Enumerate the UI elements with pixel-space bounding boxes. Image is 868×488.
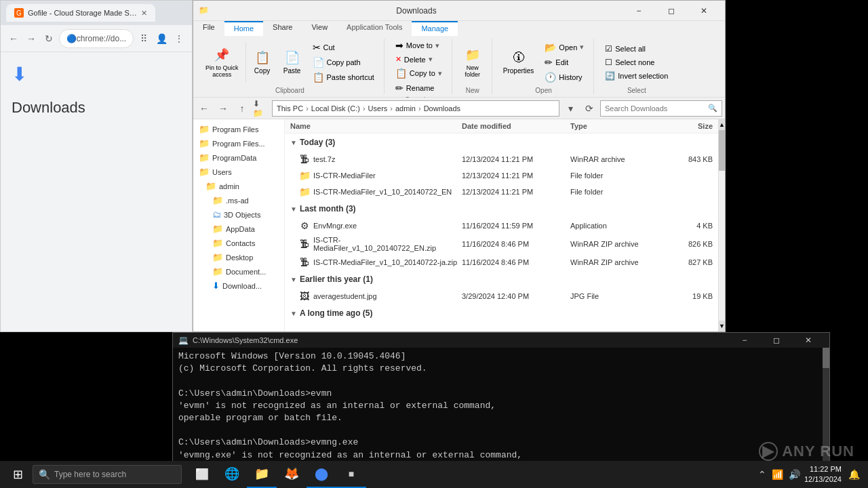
back-button[interactable]: ← [6,30,21,47]
location-arrow[interactable]: ⬇📁 [253,100,269,117]
taskbar-app-firefox[interactable]: 🦊 [277,461,307,488]
scroll-track[interactable] [719,130,725,321]
tray-volume-icon[interactable]: 🔊 [789,469,800,480]
cmd-close-button[interactable]: ✕ [793,333,824,348]
taskbar-app-chrome[interactable]: ⬤ [307,461,336,488]
scrollbar[interactable]: ▲ ▼ [718,119,725,331]
sidebar-item-program-files2[interactable]: 📁Program Files... [193,136,284,150]
paste-button[interactable]: 📄 Paste [279,47,306,77]
copy-path-button[interactable]: 📄Copy path [309,56,378,69]
sidebar-item-program-files[interactable]: 📁Program Files [193,122,284,136]
open-button[interactable]: 📂Open▾ [540,41,588,54]
sidebar-item-users[interactable]: 📁Users [193,165,284,179]
sidebar-item-downloads[interactable]: ⬇Download... [193,279,284,293]
ribbon-tab-application-tools[interactable]: Application Tools [337,21,412,36]
file-row-averagestudent[interactable]: 🖼 averagestudent.jpg 3/29/2024 12:40 PM … [285,288,718,304]
notification-button[interactable]: 🔔 [848,469,860,480]
file-row-test7z[interactable]: 🗜 test.7z 12/13/2024 11:21 PM WinRAR arc… [285,151,718,167]
pin-to-quick-access-button[interactable]: 📌 Pin to Quickaccess [201,44,243,81]
scroll-thumb[interactable] [719,130,725,171]
group-today[interactable]: ▼ Today (3) [285,134,718,151]
file-row-is-ctr-mediafiler-en[interactable]: 📁 IS-CTR-MediaFiler_v1_10_20140722_EN 12… [285,184,718,200]
sidebar-item-appdata[interactable]: 📁AppData [193,222,284,236]
cmd-minimize-button[interactable]: − [729,333,760,348]
search-bar-explorer[interactable]: 🔍 [600,100,722,117]
taskbar-app-explorer[interactable]: 📁 [247,461,277,488]
refresh-button-explorer[interactable]: ⟳ [581,100,597,117]
address-bar-explorer[interactable]: This PC › Local Disk (C:) › Users › admi… [272,100,559,117]
ribbon-tab-home[interactable]: Home [224,21,263,36]
window-controls: − ◻ ✕ [623,1,719,21]
profile-button[interactable]: 👤 [154,30,169,47]
taskbar-app-cmd[interactable]: ■ [336,461,366,488]
ribbon-tab-file[interactable]: File [193,21,224,36]
file-row-envmngr[interactable]: ⚙ EnvMngr.exe 11/16/2024 11:59 PM Applic… [285,218,718,234]
taskbar-app-taskview[interactable]: ⬜ [187,461,217,488]
group-long-time-ago[interactable]: ▼ A long time ago (5) [285,304,718,322]
up-nav-button[interactable]: ↑ [234,100,250,117]
ribbon-tab-view[interactable]: View [302,21,337,36]
ribbon-tab-share[interactable]: Share [263,21,302,36]
taskbar-clock[interactable]: 11:22 PM 12/13/2024 [804,464,842,485]
sidebar-item-documents[interactable]: 📁Document... [193,264,284,279]
search-input[interactable] [605,104,708,113]
clipboard-group: 📌 Pin to Quickaccess 📋 Copy 📄 Paste ✂Cut [196,39,384,94]
select-small-group: ☑Select all ☐Select none 🔄Invert selecti… [601,43,672,82]
file-date-test7z: 12/13/2024 11:21 PM [462,155,570,163]
sidebar-item-3d-objects[interactable]: 🗂3D Objects [193,207,284,222]
ribbon-tab-manage[interactable]: Manage [412,21,458,36]
refresh-button[interactable]: ↻ [41,30,56,47]
menu-button[interactable]: ⋮ [172,30,186,47]
select-all-button[interactable]: ☑Select all [601,43,672,55]
cmd-icon: 💻 [178,336,189,345]
delete-button[interactable]: ✕Delete▾ [391,54,446,65]
invert-selection-button[interactable]: 🔄Invert selection [601,70,672,82]
copy-button[interactable]: 📋 Copy [249,47,276,77]
sidebar-item-contacts[interactable]: 📁Contacts [193,236,284,250]
taskbar-app-edge[interactable]: 🌐 [217,461,247,488]
edit-button[interactable]: ✏Edit [540,56,588,69]
forward-button[interactable]: → [24,30,39,47]
cmd-scrollbar-thumb[interactable] [823,348,829,368]
paste-shortcut-button[interactable]: 📋Paste shortcut [309,70,378,84]
file-row-is-ctr-en-zip[interactable]: 🗜 IS-CTR-MediaFiler_v1_10_20140722_EN.zi… [285,234,718,254]
open-label: Open [535,85,551,94]
extensions-button[interactable]: ⠿ [136,30,151,47]
select-none-button[interactable]: ☐Select none [601,56,672,68]
cmd-titlebar: 💻 C:\Windows\System32\cmd.exe − ◻ ✕ [173,333,829,348]
paste-icon: 📄 [284,49,300,66]
file-row-is-ctr-mediafiler[interactable]: 📁 IS-CTR-MediaFiler 12/13/2024 11:21 PM … [285,167,718,184]
sidebar-item-ms-ad[interactable]: 📁.ms-ad [193,193,284,207]
group-last-month[interactable]: ▼ Last month (3) [285,200,718,218]
sidebar-item-admin[interactable]: 📁admin [193,179,284,193]
forward-nav-button[interactable]: → [215,100,231,117]
chrome-tab-close[interactable]: ✕ [141,9,147,18]
sidebar-item-programdata[interactable]: 📁ProgramData [193,150,284,165]
address-bar[interactable]: 🔵 chrome://do... [59,29,134,48]
copy-to-button[interactable]: 📋Copy to▾ [391,66,446,80]
group-earlier-this-year[interactable]: ▼ Earlier this year (1) [285,270,718,288]
cut-button[interactable]: ✂Cut [309,41,378,54]
move-to-button[interactable]: ➡Move to▾ [391,39,446,52]
properties-button[interactable]: 🛈 Properties [499,47,538,77]
minimize-button[interactable]: − [623,1,654,21]
clipboard-label: Clipboard [275,85,304,94]
close-button[interactable]: ✕ [688,1,719,21]
rename-button[interactable]: ✏Rename [391,81,446,95]
back-nav-button[interactable]: ← [196,100,212,117]
history-button[interactable]: 🕐History [540,70,588,84]
taskbar-search[interactable]: 🔍 Type here to search [33,465,182,484]
start-button[interactable]: ⊞ [3,461,33,488]
new-folder-button[interactable]: 📁 Newfolder [459,44,486,81]
tray-chevron-icon[interactable]: ⌃ [758,469,766,480]
tray-network-icon[interactable]: 📶 [772,469,783,480]
chrome-tab[interactable]: G Gofile - Cloud Storage Made Si... ✕ [6,4,155,22]
maximize-button[interactable]: ◻ [656,1,687,21]
dropdown-button[interactable]: ▾ [562,100,578,117]
scroll-up-button[interactable]: ▲ [719,119,725,130]
scroll-down-button[interactable]: ▼ [719,321,725,331]
sidebar-item-desktop[interactable]: 📁Desktop [193,250,284,264]
file-row-is-ctr-ja-zip[interactable]: 🗜 IS-CTR-MediaFiler_v1_10_20140722-ja.zi… [285,254,718,270]
file-name-mediafiler: IS-CTR-MediaFiler [313,171,462,180]
cmd-maximize-button[interactable]: ◻ [761,333,792,348]
